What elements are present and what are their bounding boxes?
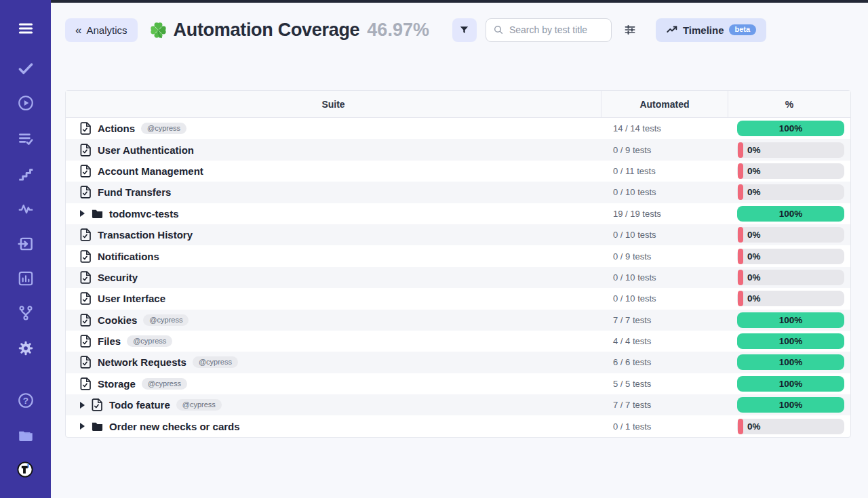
chevron-double-left-icon: « (75, 24, 81, 36)
coverage-bar-fill (738, 270, 743, 285)
automated-count: 7 / 7 tests (613, 400, 651, 410)
beta-badge: beta (729, 24, 757, 35)
coverage-percent-label: 0% (747, 187, 761, 197)
coverage-bar-fill (738, 142, 743, 158)
coverage-bar-fill (738, 291, 743, 306)
suite-name: Fund Transfers (98, 186, 171, 198)
search-input[interactable] (486, 18, 612, 42)
automated-count: 0 / 11 tests (613, 166, 656, 176)
coverage-bar: 100% (737, 376, 844, 392)
table-row[interactable]: Todo feature@cypress7 / 7 tests100% (66, 394, 850, 415)
coverage-percent-label: 0% (747, 421, 761, 432)
help-icon[interactable]: ? (17, 392, 35, 409)
suite-folder-icon (92, 207, 103, 220)
table-row[interactable]: Storage@cypress5 / 5 tests100% (66, 373, 850, 394)
check-icon[interactable] (17, 60, 35, 77)
coverage-bar: 100% (737, 354, 844, 370)
coverage-percent-label: 0% (747, 293, 761, 304)
coverage-percent-label: 100% (779, 400, 803, 410)
trend-up-icon (666, 24, 678, 36)
coverage-percent-label: 0% (747, 230, 761, 240)
testomat-logo[interactable] (12, 457, 38, 482)
coverage-bar-fill (738, 419, 743, 434)
coverage-bar: 100% (737, 121, 844, 136)
coverage-bar: 0% (737, 270, 844, 285)
table-row[interactable]: Fund Transfers0 / 10 tests0% (66, 182, 850, 203)
table-row[interactable]: Network Requests@cypress6 / 6 tests100% (66, 352, 850, 373)
table-row[interactable]: Transaction History0 / 10 tests0% (66, 224, 850, 245)
coverage-bar-fill (738, 163, 743, 179)
coverage-bar-fill (738, 249, 743, 264)
login-icon[interactable] (17, 235, 35, 253)
suite-name: todomvc-tests (109, 208, 179, 220)
suite-tag-badge: @cypress (176, 399, 222, 411)
suite-doc-icon (80, 250, 92, 263)
menu-icon[interactable] (17, 20, 35, 37)
suite-doc-icon (80, 144, 92, 157)
table-row[interactable]: todomvc-tests19 / 19 tests100% (66, 203, 850, 224)
coverage-percent-label: 0% (747, 145, 761, 155)
suite-name: Cookies (98, 314, 137, 326)
top-border (51, 0, 868, 3)
play-circle-icon[interactable] (17, 94, 35, 112)
column-header-automated: Automated (601, 91, 728, 117)
coverage-percent-total: 46.97% (367, 20, 429, 41)
activity-icon[interactable] (17, 200, 35, 217)
table-row[interactable]: User Authentication0 / 9 tests0% (66, 139, 850, 160)
automated-count: 4 / 4 tests (613, 336, 651, 346)
expand-caret-icon[interactable] (80, 210, 85, 217)
suite-name: Todo feature (109, 399, 170, 411)
suite-tag-badge: @cypress (127, 335, 172, 347)
filter-button[interactable] (452, 18, 477, 42)
column-header-percent: % (728, 91, 850, 117)
column-header-suite: Suite (66, 91, 601, 117)
funnel-icon (458, 24, 470, 36)
back-to-analytics-button[interactable]: « Analytics (65, 18, 138, 42)
timeline-button[interactable]: Timeline beta (656, 18, 766, 42)
automated-count: 0 / 10 tests (613, 187, 656, 197)
automated-count: 0 / 9 tests (613, 145, 651, 155)
page-header: « Analytics Automation Coverage 46.97% T… (65, 18, 766, 42)
suite-tag-badge: @cypress (141, 123, 186, 134)
coverage-percent-label: 0% (747, 272, 761, 283)
suite-name: Account Management (98, 165, 203, 177)
table-row[interactable]: Account Management0 / 11 tests0% (66, 161, 850, 182)
table-body: Actions@cypress14 / 14 tests100%User Aut… (66, 118, 850, 437)
suite-doc-icon (92, 398, 103, 411)
steps-icon[interactable] (17, 165, 35, 183)
coverage-bar: 100% (737, 312, 844, 328)
coverage-bar-fill (738, 184, 743, 200)
suite-name: Transaction History (98, 229, 193, 241)
expand-caret-icon[interactable] (80, 402, 85, 409)
coverage-bar: 100% (737, 397, 844, 413)
coverage-bar: 0% (737, 249, 844, 264)
suite-doc-icon (80, 292, 92, 305)
adjustments-icon[interactable] (623, 23, 637, 37)
table-row[interactable]: User Interface0 / 10 tests0% (66, 288, 850, 309)
coverage-table: Suite Automated % Actions@cypress14 / 14… (65, 90, 851, 438)
folder-icon[interactable] (17, 427, 35, 444)
table-row[interactable]: Security0 / 10 tests0% (66, 267, 850, 288)
table-row[interactable]: Order new checks or cards0 / 1 tests0% (66, 415, 850, 436)
automated-count: 0 / 10 tests (613, 293, 656, 304)
suite-tag-badge: @cypress (142, 378, 187, 390)
coverage-percent-label: 100% (779, 123, 803, 133)
automated-count: 19 / 19 tests (613, 209, 661, 219)
automated-count: 5 / 5 tests (613, 379, 651, 389)
branch-icon[interactable] (17, 304, 35, 322)
coverage-bar: 0% (737, 291, 844, 306)
suite-name: User Authentication (98, 144, 194, 156)
suite-folder-icon (92, 420, 103, 433)
list-check-icon[interactable] (17, 130, 35, 148)
table-row[interactable]: Actions@cypress14 / 14 tests100% (66, 118, 850, 139)
coverage-bar: 0% (737, 142, 844, 158)
table-row[interactable]: Files@cypress4 / 4 tests100% (66, 331, 850, 352)
coverage-bar: 0% (737, 163, 844, 179)
coverage-percent-label: 100% (779, 336, 803, 346)
gear-icon[interactable] (17, 339, 35, 357)
expand-caret-icon[interactable] (80, 423, 85, 430)
table-row[interactable]: Notifications0 / 9 tests0% (66, 245, 850, 266)
table-row[interactable]: Cookies@cypress7 / 7 tests100% (66, 310, 850, 331)
coverage-bar: 0% (737, 419, 844, 434)
bar-chart-icon[interactable] (17, 270, 35, 287)
